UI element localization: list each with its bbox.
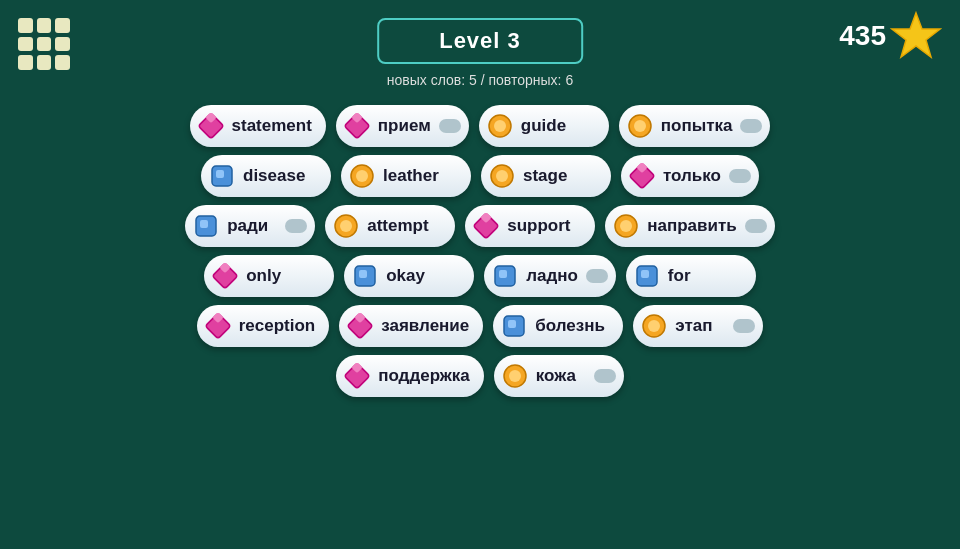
blue-gem-icon xyxy=(209,163,235,189)
word-label: leather xyxy=(383,166,439,186)
word-label: направить xyxy=(647,216,737,236)
svg-point-24 xyxy=(620,220,632,232)
blue-gem-icon xyxy=(352,263,378,289)
svg-point-20 xyxy=(340,220,352,232)
word-card-3-1[interactable]: okay xyxy=(344,255,474,297)
star-icon xyxy=(890,10,942,62)
word-card-1-3[interactable]: только xyxy=(621,155,759,197)
pink-gem-icon xyxy=(344,113,370,139)
svg-rect-28 xyxy=(359,270,367,278)
word-card-1-1[interactable]: leather xyxy=(341,155,471,197)
pink-gem-icon xyxy=(344,363,370,389)
menu-button[interactable] xyxy=(18,18,70,70)
blue-gem-icon xyxy=(634,263,660,289)
word-label: прием xyxy=(378,116,431,136)
svg-point-8 xyxy=(634,120,646,132)
word-card-0-3[interactable]: попытка xyxy=(619,105,771,147)
orange-gem-icon xyxy=(349,163,375,189)
svg-rect-10 xyxy=(216,170,224,178)
pink-gem-icon xyxy=(205,313,231,339)
card-row-0: statement прием guide попытка xyxy=(60,105,900,147)
word-label: statement xyxy=(232,116,312,136)
svg-point-40 xyxy=(648,320,660,332)
svg-point-14 xyxy=(496,170,508,182)
word-card-3-2[interactable]: ладно xyxy=(484,255,616,297)
svg-rect-30 xyxy=(499,270,507,278)
card-row-3: only okay ладно for xyxy=(60,255,900,297)
card-row-2: ради attempt support направить xyxy=(60,205,900,247)
svg-point-12 xyxy=(356,170,368,182)
score-area: 435 xyxy=(839,10,942,62)
svg-marker-0 xyxy=(892,13,940,57)
word-label: attempt xyxy=(367,216,428,236)
cards-area: statement прием guide попытка disease le… xyxy=(60,105,900,405)
word-label: ради xyxy=(227,216,268,236)
word-label: okay xyxy=(386,266,425,286)
word-label: кожа xyxy=(536,366,576,386)
word-card-2-0[interactable]: ради xyxy=(185,205,315,247)
word-card-2-3[interactable]: направить xyxy=(605,205,775,247)
word-label: поддержка xyxy=(378,366,470,386)
orange-gem-icon xyxy=(502,363,528,389)
level-title: Level 3 xyxy=(439,28,521,53)
svg-rect-18 xyxy=(200,220,208,228)
word-card-3-0[interactable]: only xyxy=(204,255,334,297)
word-label: guide xyxy=(521,116,566,136)
orange-gem-icon xyxy=(489,163,515,189)
card-row-1: disease leather stage только xyxy=(60,155,900,197)
word-label: disease xyxy=(243,166,305,186)
orange-gem-icon xyxy=(333,213,359,239)
word-label: болезнь xyxy=(535,316,605,336)
word-label: for xyxy=(668,266,691,286)
word-card-0-0[interactable]: statement xyxy=(190,105,326,147)
svg-point-44 xyxy=(509,370,521,382)
word-card-0-2[interactable]: guide xyxy=(479,105,609,147)
card-row-4: reception заявление болезнь этап xyxy=(60,305,900,347)
svg-rect-38 xyxy=(508,320,516,328)
pink-gem-icon xyxy=(473,213,499,239)
word-card-5-0[interactable]: поддержка xyxy=(336,355,484,397)
level-title-box: Level 3 xyxy=(377,18,583,64)
pink-gem-icon xyxy=(198,113,224,139)
word-card-0-1[interactable]: прием xyxy=(336,105,469,147)
word-card-4-1[interactable]: заявление xyxy=(339,305,483,347)
orange-gem-icon xyxy=(641,313,667,339)
word-label: заявление xyxy=(381,316,469,336)
svg-rect-32 xyxy=(641,270,649,278)
word-card-2-1[interactable]: attempt xyxy=(325,205,455,247)
svg-point-6 xyxy=(494,120,506,132)
word-card-4-0[interactable]: reception xyxy=(197,305,330,347)
word-card-5-1[interactable]: кожа xyxy=(494,355,624,397)
subtitle: новых слов: 5 / повторных: 6 xyxy=(387,72,573,88)
word-label: этап xyxy=(675,316,712,336)
word-card-3-3[interactable]: for xyxy=(626,255,756,297)
word-label: stage xyxy=(523,166,567,186)
orange-gem-icon xyxy=(627,113,653,139)
orange-gem-icon xyxy=(613,213,639,239)
word-card-4-3[interactable]: этап xyxy=(633,305,763,347)
pink-gem-icon xyxy=(212,263,238,289)
pink-gem-icon xyxy=(347,313,373,339)
word-label: only xyxy=(246,266,281,286)
word-label: только xyxy=(663,166,721,186)
score-number: 435 xyxy=(839,20,886,52)
word-label: ладно xyxy=(526,266,578,286)
word-card-4-2[interactable]: болезнь xyxy=(493,305,623,347)
word-card-2-2[interactable]: support xyxy=(465,205,595,247)
card-row-5: поддержка кожа xyxy=(60,355,900,397)
blue-gem-icon xyxy=(492,263,518,289)
orange-gem-icon xyxy=(487,113,513,139)
word-card-1-0[interactable]: disease xyxy=(201,155,331,197)
blue-gem-icon xyxy=(193,213,219,239)
blue-gem-icon xyxy=(501,313,527,339)
word-card-1-2[interactable]: stage xyxy=(481,155,611,197)
word-label: попытка xyxy=(661,116,733,136)
word-label: reception xyxy=(239,316,316,336)
word-label: support xyxy=(507,216,570,236)
pink-gem-icon xyxy=(629,163,655,189)
